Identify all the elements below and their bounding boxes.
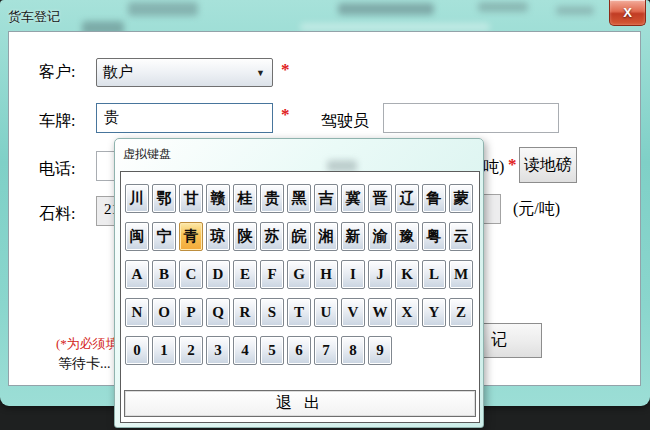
keyboard-key[interactable]: 苏 — [260, 222, 284, 251]
chevron-down-icon: ▼ — [256, 68, 265, 78]
keyboard-key[interactable]: 8 — [341, 336, 365, 365]
keyboard-key[interactable]: 0 — [125, 336, 149, 365]
keyboard-key[interactable]: M — [449, 260, 473, 289]
keyboard-key[interactable]: B — [152, 260, 176, 289]
close-button[interactable]: X — [609, 0, 646, 26]
keyboard-key[interactable]: 赣 — [206, 184, 230, 213]
keyboard-key[interactable]: O — [152, 298, 176, 327]
phone-label: 电话: — [39, 159, 75, 180]
weight-unit-label: 吨) — [483, 157, 504, 178]
keyboard-key[interactable]: 鲁 — [422, 184, 446, 213]
driver-input[interactable] — [383, 103, 559, 133]
keyboard-key[interactable]: 新 — [341, 222, 365, 251]
keyboard-key[interactable]: C — [179, 260, 203, 289]
keyboard-row: NOPQRSTUVWXYZ — [125, 298, 473, 327]
keyboard-key[interactable]: 吉 — [314, 184, 338, 213]
background-blur — [300, 23, 490, 31]
keyboard-key[interactable]: G — [287, 260, 311, 289]
keyboard-exit-button[interactable]: 退 出 — [124, 390, 476, 417]
keyboard-key[interactable]: 桂 — [233, 184, 257, 213]
keyboard-key[interactable]: 贵 — [260, 184, 284, 213]
keyboard-row: 闽宁青琼陕苏皖湘新渝豫粤云 — [125, 222, 473, 251]
keyboard-key[interactable]: 宁 — [152, 222, 176, 251]
virtual-keyboard-dialog: 虚拟键盘 川鄂甘赣桂贵黑吉冀晋辽鲁蒙闽宁青琼陕苏皖湘新渝豫粤云ABCDEFGHI… — [114, 138, 484, 428]
keyboard-key[interactable]: 2 — [179, 336, 203, 365]
background-blur — [338, 3, 434, 15]
keyboard-key[interactable]: P — [179, 298, 203, 327]
keyboard-key[interactable]: 9 — [368, 336, 392, 365]
keyboard-row: ABCDEFGHIJKLM — [125, 260, 473, 289]
keyboard-key[interactable]: 粤 — [422, 222, 446, 251]
customer-label: 客户: — [39, 62, 75, 83]
keyboard-key[interactable]: 陕 — [233, 222, 257, 251]
waiting-card-text: 等待卡... — [58, 355, 111, 373]
keyboard-key[interactable]: Q — [206, 298, 230, 327]
keyboard-key[interactable]: 4 — [233, 336, 257, 365]
keyboard-key[interactable]: R — [233, 298, 257, 327]
keyboard-key[interactable]: S — [260, 298, 284, 327]
keyboard-key[interactable]: I — [341, 260, 365, 289]
keyboard-key[interactable]: E — [233, 260, 257, 289]
keyboard-key[interactable]: T — [287, 298, 311, 327]
keyboard-key[interactable]: X — [395, 298, 419, 327]
keyboard-key[interactable]: 7 — [314, 336, 338, 365]
keyboard-key[interactable]: 皖 — [287, 222, 311, 251]
driver-label: 驾驶员 — [321, 111, 369, 132]
keyboard-key[interactable]: 甘 — [179, 184, 203, 213]
stone-label: 石料: — [39, 204, 75, 225]
customer-dropdown[interactable]: 散户 ▼ — [96, 58, 273, 87]
price-unit-label: (元/吨) — [513, 199, 560, 220]
keyboard-key[interactable]: 3 — [206, 336, 230, 365]
keyboard-key[interactable]: 琼 — [206, 222, 230, 251]
keyboard-key[interactable]: 冀 — [341, 184, 365, 213]
read-weighbridge-button[interactable]: 读地磅 — [519, 147, 577, 183]
keyboard-key[interactable]: J — [368, 260, 392, 289]
keyboard-key[interactable]: U — [314, 298, 338, 327]
keyboard-key[interactable]: N — [125, 298, 149, 327]
plate-required-mark: * — [281, 105, 290, 125]
keyboard-key[interactable]: D — [206, 260, 230, 289]
keyboard-key[interactable]: 6 — [287, 336, 311, 365]
keyboard-grid: 川鄂甘赣桂贵黑吉冀晋辽鲁蒙闽宁青琼陕苏皖湘新渝豫粤云ABCDEFGHIJKLMN… — [125, 184, 473, 374]
keyboard-key[interactable]: L — [422, 260, 446, 289]
customer-required-mark: * — [281, 60, 290, 80]
keyboard-row: 川鄂甘赣桂贵黑吉冀晋辽鲁蒙 — [125, 184, 473, 213]
keyboard-key[interactable]: 辽 — [395, 184, 419, 213]
keyboard-key[interactable]: 闽 — [125, 222, 149, 251]
keyboard-key[interactable]: 渝 — [368, 222, 392, 251]
keyboard-key[interactable]: 蒙 — [449, 184, 473, 213]
close-icon: X — [623, 6, 632, 19]
background-blur — [128, 2, 198, 16]
keyboard-key[interactable]: Y — [422, 298, 446, 327]
keyboard-key[interactable]: 黑 — [287, 184, 311, 213]
keyboard-key[interactable]: 湘 — [314, 222, 338, 251]
keyboard-key[interactable]: 青 — [179, 222, 203, 251]
keyboard-key[interactable]: K — [395, 260, 419, 289]
customer-value: 散户 — [103, 63, 133, 82]
keyboard-key[interactable]: 川 — [125, 184, 149, 213]
keyboard-key[interactable]: H — [314, 260, 338, 289]
keyboard-key[interactable]: V — [341, 298, 365, 327]
keyboard-key[interactable]: 1 — [152, 336, 176, 365]
keyboard-key[interactable]: F — [260, 260, 284, 289]
window-title: 货车登记 — [8, 8, 60, 26]
keyboard-body: 川鄂甘赣桂贵黑吉冀晋辽鲁蒙闽宁青琼陕苏皖湘新渝豫粤云ABCDEFGHIJKLMN… — [120, 171, 480, 423]
keyboard-key[interactable]: 豫 — [395, 222, 419, 251]
keyboard-key[interactable]: A — [125, 260, 149, 289]
keyboard-key[interactable]: W — [368, 298, 392, 327]
keyboard-row: 0123456789 — [125, 336, 473, 365]
virtual-keyboard-title: 虚拟键盘 — [123, 146, 171, 163]
keyboard-key[interactable]: 云 — [449, 222, 473, 251]
plate-input[interactable]: 贵 — [96, 103, 273, 133]
plate-label: 车牌: — [39, 111, 75, 132]
background-blur — [478, 2, 528, 12]
keyboard-key[interactable]: 晋 — [368, 184, 392, 213]
keyboard-key[interactable]: 鄂 — [152, 184, 176, 213]
background-blur — [556, 6, 594, 15]
keyboard-key[interactable]: 5 — [260, 336, 284, 365]
weight-required-mark: * — [508, 155, 517, 175]
keyboard-key[interactable]: Z — [449, 298, 473, 327]
